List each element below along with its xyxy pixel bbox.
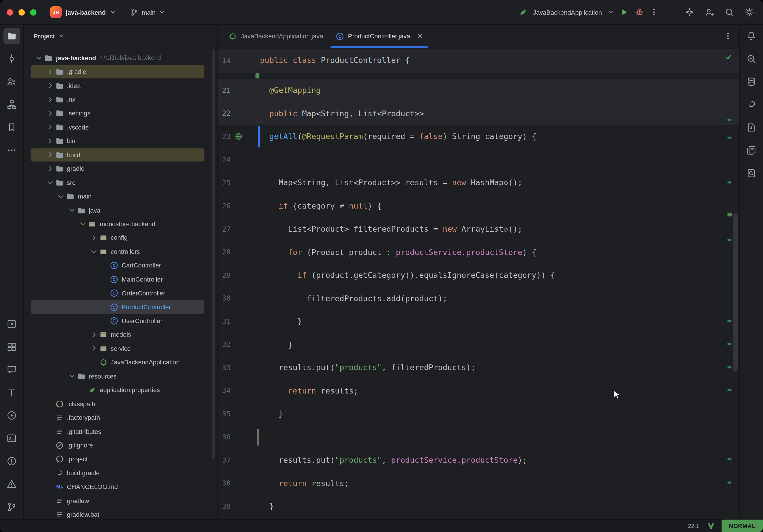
tab-productcontroller-java[interactable]: CProductController.java xyxy=(330,25,429,47)
project-widget[interactable]: JB java-backend xyxy=(47,4,120,20)
chevron-right-icon[interactable] xyxy=(45,95,55,103)
tree-item-gradlew[interactable]: gradlew xyxy=(24,494,217,508)
code-line-31[interactable]: 31 } xyxy=(218,310,739,333)
chevron-right-icon[interactable] xyxy=(88,345,99,353)
dependencies-icon[interactable] xyxy=(743,119,760,136)
inspections-ok-icon[interactable] xyxy=(725,53,732,61)
tree-item-javabackendapplication[interactable]: JavaBackendApplication xyxy=(24,356,217,369)
run-button[interactable] xyxy=(619,7,629,17)
tree-item-gitignore[interactable]: .gitignore xyxy=(24,439,217,452)
code-line-29[interactable]: 29 if (product.getCategory().equalsIgnor… xyxy=(218,264,739,287)
chevron-right-icon[interactable] xyxy=(88,234,99,242)
code-line-27[interactable]: 27 List<Product> filteredProducts = new … xyxy=(218,218,739,241)
code-line-24[interactable]: 24 xyxy=(218,148,739,171)
chevron-down-icon[interactable] xyxy=(66,372,77,380)
ai-chat-icon[interactable] xyxy=(3,362,20,378)
chevron-down-icon[interactable] xyxy=(34,54,44,62)
chevron-right-icon[interactable] xyxy=(88,331,99,339)
code-line-30[interactable]: 30 filteredProducts.add(product); xyxy=(218,287,739,310)
chevron-down-icon[interactable] xyxy=(66,206,77,214)
tree-item-usercontroller[interactable]: CUserController xyxy=(24,314,217,328)
ideavim-icon[interactable] xyxy=(707,522,715,530)
tree-item-java-backend[interactable]: java-backend~/Github/java-backend xyxy=(24,51,217,65)
git-branch-icon[interactable] xyxy=(3,498,20,515)
tree-item-ordercontroller[interactable]: COrderController xyxy=(24,286,217,300)
chevron-down-icon[interactable] xyxy=(88,248,99,256)
tree-item-gradle[interactable]: gradle xyxy=(24,162,217,176)
tree-item-vscode[interactable]: .vscode xyxy=(24,120,217,134)
code-line-36[interactable]: 36 xyxy=(218,426,739,449)
tree-item-config[interactable]: config xyxy=(24,231,217,245)
tree-item-application-properties[interactable]: application.properties xyxy=(24,383,217,397)
chevron-right-icon[interactable] xyxy=(45,68,55,75)
tab-javabackendapplication-java[interactable]: JavaBackendApplication.java xyxy=(223,25,330,47)
tree-item-resources[interactable]: resources xyxy=(24,369,217,383)
code-line-34[interactable]: 34 return results; xyxy=(218,379,739,402)
code-line-37[interactable]: 37 results.put("products", productServic… xyxy=(218,449,739,472)
add-user-icon[interactable] xyxy=(705,7,714,17)
tree-item-settings[interactable]: .settings xyxy=(24,106,217,120)
chevron-down-icon[interactable] xyxy=(45,178,55,186)
code-line-33[interactable]: 33 results.put("products", filteredProdu… xyxy=(218,356,739,379)
problems-icon[interactable] xyxy=(3,453,20,470)
bookmarks-icon[interactable] xyxy=(3,119,20,136)
endpoint-globe-icon[interactable] xyxy=(231,133,247,140)
tree-item-build[interactable]: build xyxy=(24,148,217,162)
notifications-icon[interactable] xyxy=(743,28,760,44)
code-line-39[interactable]: 39 } xyxy=(218,495,739,518)
tree-item-models[interactable]: models xyxy=(24,328,217,342)
minimize-window-button[interactable] xyxy=(19,9,25,15)
tree-item-monostore-backend[interactable]: monostore.backend xyxy=(24,217,217,231)
structure-icon[interactable] xyxy=(3,96,20,113)
tree-item-idea[interactable]: .idea xyxy=(24,79,217,93)
project-tree-scrollbar[interactable] xyxy=(212,49,215,459)
tree-item-nx[interactable]: .nx xyxy=(24,93,217,106)
close-window-button[interactable] xyxy=(7,9,13,15)
settings-icon[interactable] xyxy=(744,7,754,17)
code-line-23[interactable]: 23 getAll(@RequestParam(required = false… xyxy=(218,125,739,148)
tree-item-src[interactable]: src xyxy=(24,176,217,189)
code-line-26[interactable]: 26 if (category ≠ null) { xyxy=(218,194,739,218)
more-tools-icon[interactable] xyxy=(3,142,20,159)
tree-item-service[interactable]: service xyxy=(24,342,217,356)
run-icon[interactable] xyxy=(3,407,20,424)
chevron-down-icon[interactable] xyxy=(55,192,66,200)
warnings-icon[interactable] xyxy=(3,476,20,492)
services-icon[interactable] xyxy=(3,339,20,355)
project-folder-icon[interactable] xyxy=(3,28,20,44)
database-icon[interactable] xyxy=(743,73,760,90)
chevron-right-icon[interactable] xyxy=(45,109,55,117)
run-configuration-name[interactable]: JavaBackendApplication xyxy=(533,9,602,16)
tree-item-gitattributes[interactable]: .gitattributes xyxy=(24,425,217,439)
text-tool-icon[interactable] xyxy=(3,384,20,401)
chevron-right-icon[interactable] xyxy=(45,165,55,172)
chevron-right-icon[interactable] xyxy=(45,151,55,159)
code-line-25[interactable]: 25 Map<String, List<Product>> results = … xyxy=(218,171,739,194)
tree-item-gradle[interactable]: .gradle xyxy=(24,65,217,79)
tree-item-changelog-md[interactable]: MCHANGELOG.md xyxy=(24,480,217,494)
code-line-38[interactable]: 38 return results; xyxy=(218,472,739,495)
folded-region[interactable] xyxy=(218,72,739,79)
tree-item-main[interactable]: main xyxy=(24,189,217,203)
terminal-icon[interactable] xyxy=(3,430,20,447)
chevron-right-icon[interactable] xyxy=(45,82,55,89)
search-icon[interactable] xyxy=(725,7,734,17)
zoom-window-button[interactable] xyxy=(30,9,37,15)
tree-item-java[interactable]: java xyxy=(24,203,217,217)
caret-position[interactable]: 22:1 xyxy=(688,522,699,529)
editor-scrollbar[interactable] xyxy=(733,213,738,372)
ai-icon[interactable] xyxy=(685,7,695,17)
chevron-down-icon[interactable] xyxy=(77,220,88,228)
ai-assistant-icon[interactable] xyxy=(743,51,760,67)
tree-item-cartcontroller[interactable]: CCartController xyxy=(24,259,217,272)
tree-item-build-gradle[interactable]: build.gradle xyxy=(24,466,217,480)
code-line-35[interactable]: 35 } xyxy=(218,402,739,426)
pull-requests-icon[interactable] xyxy=(3,73,20,90)
code-line-14[interactable]: 14public class ProductController { xyxy=(218,49,739,72)
tree-item-controllers[interactable]: controllers xyxy=(24,245,217,259)
documentation-icon[interactable] xyxy=(743,142,760,159)
code-line-28[interactable]: 28 for (Product product : productService… xyxy=(218,241,739,264)
tree-item-gradlew-bat[interactable]: gradlew.bat xyxy=(24,507,217,519)
chevron-right-icon[interactable] xyxy=(45,123,55,131)
vim-mode-badge[interactable]: NORMAL xyxy=(722,520,763,532)
